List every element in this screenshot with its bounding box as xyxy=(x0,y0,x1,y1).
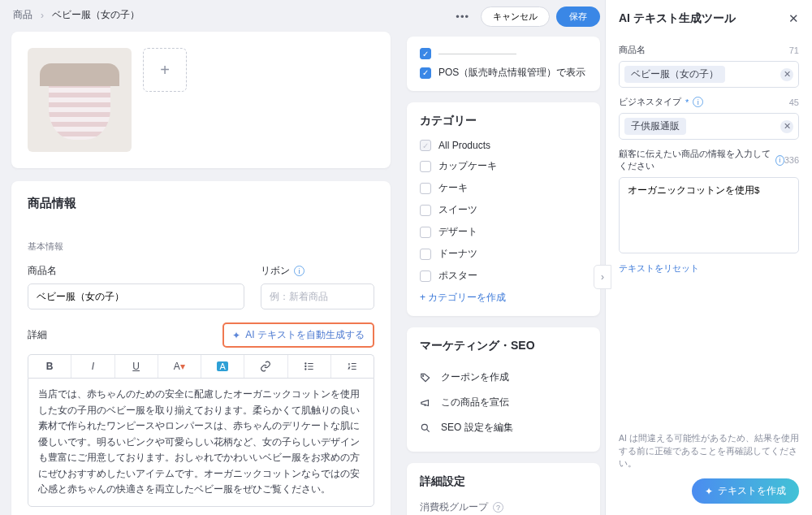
rte-link-button[interactable] xyxy=(244,355,287,378)
ai-info-counter: 336 xyxy=(784,155,799,165)
breadcrumb: 商品 › ベビー服（女の子） xyxy=(11,0,391,32)
category-label: All Products xyxy=(438,140,490,151)
sparkle-icon: ✦ xyxy=(705,486,713,497)
close-icon[interactable]: ✕ xyxy=(788,11,799,26)
create-category-link[interactable]: + カテゴリーを作成 xyxy=(420,291,587,305)
svg-line-11 xyxy=(426,429,430,432)
info-icon[interactable]: i xyxy=(775,155,784,166)
category-label: カップケーキ xyxy=(438,159,497,173)
ai-business-type-chip: 子供服通販 xyxy=(624,118,686,135)
info-icon[interactable]: i xyxy=(693,97,703,107)
pos-label: POS（販売時点情報管理）で表示 xyxy=(438,66,585,80)
cancel-button[interactable]: キャンセル xyxy=(481,6,550,27)
category-checkbox[interactable]: ✓ xyxy=(420,140,431,151)
megaphone-icon xyxy=(420,397,433,409)
svg-point-3 xyxy=(304,363,305,364)
category-checkbox[interactable] xyxy=(420,227,431,238)
panel-collapse-button[interactable]: › xyxy=(594,265,611,289)
rte-textcolor-button[interactable]: A▾ xyxy=(158,355,201,378)
rte-bold-button[interactable]: B xyxy=(28,355,71,378)
category-checkbox[interactable] xyxy=(420,270,431,282)
sparkle-icon: ✦ xyxy=(232,330,240,341)
ai-business-type-label: ビジネスタイプ xyxy=(619,96,681,108)
section-title-product-info: 商品情報 xyxy=(28,196,374,211)
svg-point-4 xyxy=(304,366,305,366)
svg-point-5 xyxy=(304,369,305,370)
info-icon[interactable]: i xyxy=(294,266,304,276)
ai-product-name-label: 商品名 xyxy=(619,44,646,56)
rte-underline-button[interactable]: U xyxy=(115,355,158,378)
info-icon[interactable]: ? xyxy=(493,502,503,513)
rte-toolbar: B I U A▾ A xyxy=(28,354,374,378)
ai-generate-button[interactable]: ✦ AI テキストを自動生成する xyxy=(222,322,374,348)
categories-heading: カテゴリー xyxy=(420,114,587,128)
save-button[interactable]: 保存 xyxy=(556,6,600,27)
ai-info-label: 顧客に伝えたい商品の情報を入力してください xyxy=(619,148,771,172)
category-label: ドーナツ xyxy=(438,247,477,261)
chip-remove-icon[interactable]: ✕ xyxy=(780,120,793,133)
chevron-right-icon: › xyxy=(41,10,44,21)
breadcrumb-current: ベビー服（女の子） xyxy=(52,8,140,22)
add-image-button[interactable]: + xyxy=(143,48,187,92)
checkbox-hidden[interactable]: ✓ xyxy=(420,48,431,59)
ai-product-name-counter: 71 xyxy=(789,45,799,55)
rte-numbers-button[interactable] xyxy=(331,355,374,378)
marketing-promote[interactable]: この商品を宣伝 xyxy=(420,390,587,415)
detail-label: 詳細 xyxy=(28,328,47,342)
ribbon-label: リボン xyxy=(261,264,290,278)
advanced-heading: 詳細設定 xyxy=(420,474,587,489)
category-checkbox[interactable] xyxy=(420,183,431,194)
product-name-input[interactable] xyxy=(28,283,244,309)
search-icon xyxy=(420,422,433,434)
category-label: ケーキ xyxy=(438,181,468,195)
rte-bullets-button[interactable] xyxy=(288,355,331,378)
category-checkbox[interactable] xyxy=(420,205,431,216)
ai-product-name-input[interactable]: ベビー服（女の子） ✕ xyxy=(619,61,799,88)
tax-group-label: 消費税グループ xyxy=(420,500,488,514)
ai-info-textarea[interactable] xyxy=(619,177,799,253)
category-label: ポスター xyxy=(438,269,477,283)
ai-disclaimer: AI は間違える可能性があるため、結果を使用する前に正確であることを再確認してく… xyxy=(619,432,799,470)
category-label: デザート xyxy=(438,225,477,239)
marketing-heading: マーケティング・SEO xyxy=(420,339,587,353)
ai-create-button[interactable]: ✦ テキストを作成 xyxy=(692,478,799,504)
ai-business-type-input[interactable]: 子供服通販 ✕ xyxy=(619,113,799,140)
product-image[interactable] xyxy=(28,48,132,152)
ai-business-type-counter: 45 xyxy=(789,97,799,107)
category-label: スイーツ xyxy=(438,203,477,217)
category-checkbox[interactable] xyxy=(420,249,431,260)
svg-point-9 xyxy=(423,375,424,376)
marketing-seo[interactable]: SEO 設定を編集 xyxy=(420,415,587,440)
product-name-label: 商品名 xyxy=(28,264,244,278)
tag-icon xyxy=(420,372,433,383)
breadcrumb-root[interactable]: 商品 xyxy=(13,8,32,22)
ai-reset-link[interactable]: テキストをリセット xyxy=(619,262,699,275)
ribbon-input[interactable] xyxy=(261,283,374,309)
category-checkbox[interactable] xyxy=(420,161,431,172)
basic-info-label: 基本情報 xyxy=(28,240,374,253)
checkbox-pos[interactable]: ✓ xyxy=(420,67,431,79)
ai-product-name-chip: ベビー服（女の子） xyxy=(624,66,725,83)
chip-remove-icon[interactable]: ✕ xyxy=(780,68,793,81)
rte-italic-button[interactable]: I xyxy=(71,355,114,378)
more-menu-button[interactable]: ••• xyxy=(451,7,474,26)
rte-highlight-button[interactable]: A xyxy=(201,355,244,378)
marketing-coupon[interactable]: クーポンを作成 xyxy=(420,365,587,390)
description-text[interactable]: 当店では、赤ちゃんのための安全に配慮したオーガニックコットンを使用した女の子用の… xyxy=(28,378,374,507)
ai-panel-title: AI テキスト生成ツール xyxy=(619,11,736,26)
